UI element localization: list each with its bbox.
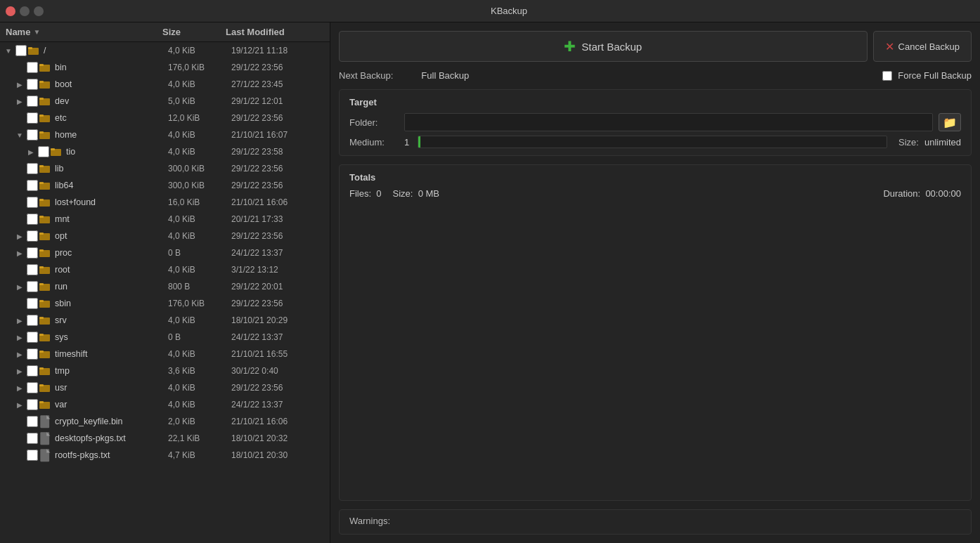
tree-row[interactable]: run800 B29/1/22 20:01 (0, 278, 330, 295)
expander-icon[interactable] (14, 348, 25, 360)
row-date: 21/10/21 16:06 (231, 417, 330, 426)
tree-row[interactable]: root4,0 KiB3/1/22 13:12 (0, 261, 330, 278)
row-checkbox[interactable] (27, 247, 38, 259)
close-button[interactable] (6, 6, 15, 16)
row-checkbox[interactable] (27, 129, 38, 140)
tree-row[interactable]: opt4,0 KiB29/1/22 23:56 (0, 228, 330, 244)
expander-icon[interactable] (14, 382, 25, 393)
start-backup-button[interactable]: ✚ Start Backup (339, 31, 868, 62)
medium-progress-fill (418, 136, 420, 148)
row-checkbox[interactable] (27, 382, 38, 393)
row-checkbox[interactable] (27, 450, 38, 461)
tree-row[interactable]: crypto_keyfile.bin2,0 KiB21/10/21 16:06 (0, 413, 330, 430)
tree-row[interactable]: proc0 B24/1/22 13:37 (0, 244, 330, 261)
tree-row[interactable]: bin176,0 KiB29/1/22 23:56 (0, 59, 330, 76)
tree-row[interactable]: usr4,0 KiB29/1/22 23:56 (0, 379, 330, 396)
svg-rect-29 (39, 283, 44, 285)
expander-icon[interactable] (3, 45, 14, 56)
svg-rect-43 (39, 401, 44, 403)
tree-row[interactable]: tmp3,6 KiB30/1/22 0:40 (0, 362, 330, 379)
row-checkbox[interactable] (15, 45, 27, 56)
row-size: 4,0 KiB (168, 383, 231, 393)
expander-icon[interactable] (14, 129, 25, 140)
folder-icon (39, 400, 52, 410)
tree-row[interactable]: rootfs-pkgs.txt4,7 KiB18/10/21 20:30 (0, 447, 330, 464)
expander-icon[interactable] (14, 281, 25, 292)
row-date: 29/1/22 23:56 (231, 113, 330, 123)
row-checkbox[interactable] (27, 416, 38, 427)
backup-buttons-row: ✚ Start Backup ✕ Cancel Backup (339, 31, 972, 62)
expander-icon[interactable] (14, 365, 25, 377)
expander-icon[interactable] (25, 146, 37, 157)
tree-row[interactable]: lost+found16,0 KiB21/10/21 16:06 (0, 194, 330, 211)
size-value2: 0 MB (418, 188, 439, 199)
expander-icon[interactable] (14, 247, 25, 259)
force-full-checkbox[interactable] (882, 71, 892, 81)
tree-row[interactable]: etc12,0 KiB29/1/22 23:56 (0, 110, 330, 126)
tree-row[interactable]: desktopfs-pkgs.txt22,1 KiB18/10/21 20:32 (0, 430, 330, 447)
row-checkbox[interactable] (27, 433, 38, 444)
totals-left: Files: 0 Size: 0 MB (349, 188, 439, 199)
tree-row[interactable]: srv4,0 KiB18/10/21 20:29 (0, 312, 330, 329)
svg-rect-23 (39, 233, 44, 235)
expander-icon[interactable] (14, 230, 25, 242)
row-checkbox[interactable] (27, 230, 38, 242)
row-checkbox[interactable] (27, 281, 38, 292)
row-checkbox[interactable] (27, 264, 38, 275)
tree-row[interactable]: sbin176,0 KiB29/1/22 23:56 (0, 295, 330, 312)
tree-row[interactable]: lib64300,0 KiB29/1/22 23:56 (0, 177, 330, 194)
expander-icon[interactable] (14, 315, 25, 326)
tree-row[interactable]: home4,0 KiB21/10/21 16:07 (0, 126, 330, 143)
svg-rect-13 (51, 148, 55, 150)
medium-number: 1 (404, 137, 409, 148)
tree-header: Name ▼ Size Last Modified (0, 22, 330, 42)
tree-row[interactable]: boot4,0 KiB27/1/22 23:45 (0, 76, 330, 93)
maximize-button[interactable] (34, 6, 44, 16)
row-date: 21/10/21 16:07 (231, 130, 330, 140)
row-checkbox[interactable] (27, 348, 38, 360)
row-checkbox[interactable] (27, 79, 38, 90)
minimize-button[interactable] (20, 6, 30, 16)
tree-row[interactable]: var4,0 KiB24/1/22 13:37 (0, 396, 330, 413)
folder-icon (39, 181, 52, 190)
svg-rect-15 (39, 165, 44, 167)
tree-row[interactable]: mnt4,0 KiB20/1/21 17:33 (0, 211, 330, 228)
row-checkbox[interactable] (27, 163, 38, 174)
folder-icon (39, 299, 52, 308)
leaf-spacer (14, 112, 25, 124)
row-size: 5,0 KiB (168, 96, 231, 106)
row-name: timeshift (55, 349, 168, 359)
expander-icon[interactable] (14, 399, 25, 410)
row-checkbox[interactable] (27, 399, 38, 410)
row-size: 2,0 KiB (168, 417, 231, 426)
folder-input[interactable] (404, 113, 933, 131)
expander-icon[interactable] (14, 79, 25, 90)
row-size: 12,0 KiB (168, 113, 231, 123)
tree-row[interactable]: /4,0 KiB19/12/21 11:18 (0, 42, 330, 59)
leaf-spacer (14, 214, 25, 225)
row-checkbox[interactable] (27, 365, 38, 377)
row-checkbox[interactable] (38, 146, 49, 157)
row-checkbox[interactable] (27, 96, 38, 107)
row-checkbox[interactable] (27, 315, 38, 326)
tree-row[interactable]: sys0 B24/1/22 13:37 (0, 329, 330, 346)
tree-row[interactable]: timeshift4,0 KiB21/10/21 16:55 (0, 346, 330, 362)
cancel-backup-button[interactable]: ✕ Cancel Backup (873, 31, 972, 62)
expander-icon[interactable] (14, 332, 25, 343)
tree-row[interactable]: dev5,0 KiB29/1/22 12:01 (0, 93, 330, 110)
svg-rect-31 (39, 300, 44, 302)
row-checkbox[interactable] (27, 332, 38, 343)
row-name: run (55, 282, 168, 292)
tree-row[interactable]: tio4,0 KiB29/1/22 23:58 (0, 143, 330, 160)
row-checkbox[interactable] (27, 214, 38, 225)
folder-icon (39, 130, 52, 140)
expander-icon[interactable] (14, 96, 25, 107)
row-checkbox[interactable] (27, 180, 38, 191)
row-checkbox[interactable] (27, 197, 38, 208)
row-checkbox[interactable] (27, 62, 38, 73)
folder-browse-button[interactable]: 📁 (939, 113, 961, 131)
tree-row[interactable]: lib300,0 KiB29/1/22 23:56 (0, 160, 330, 177)
row-checkbox[interactable] (27, 298, 38, 309)
row-size: 4,0 KiB (168, 147, 231, 157)
row-checkbox[interactable] (27, 112, 38, 124)
